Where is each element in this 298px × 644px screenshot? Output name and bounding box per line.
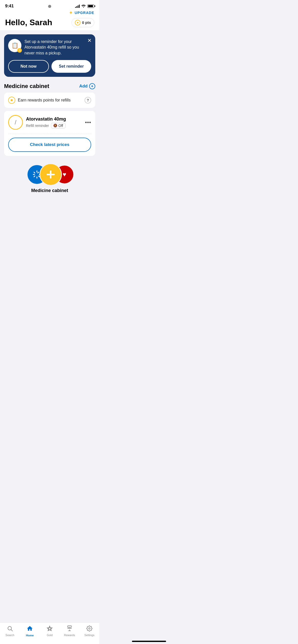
svg-rect-2 [33, 174, 35, 175]
wifi-icon [81, 4, 86, 8]
upgrade-star-icon: ✦ [69, 10, 73, 16]
svg-rect-9 [47, 174, 55, 175]
medication-menu-button[interactable]: ••• [85, 120, 91, 125]
calendar-icon: 📋 [11, 42, 18, 49]
points-badge[interactable]: 0 pts [72, 18, 94, 27]
reminder-status-text: Off [58, 124, 63, 128]
earn-rewards-text: Earn rewards points for refills [18, 98, 71, 103]
not-now-button[interactable]: Not now [8, 60, 49, 73]
signal-bars-icon [75, 4, 80, 8]
earn-rewards-card[interactable]: Earn rewards points for refills ? [4, 93, 95, 108]
svg-rect-7 [33, 175, 35, 178]
reminder-close-button[interactable]: ✕ [87, 38, 92, 43]
rewards-circle-icon [8, 97, 15, 104]
reminder-message: Set up a reminder for your Atorvastatin … [24, 39, 91, 56]
heart-icon: ♥ [63, 171, 66, 178]
status-icons [75, 4, 94, 8]
greeting-heading: Hello, Sarah [5, 18, 52, 27]
refill-reminder-label: Refill reminder [26, 124, 49, 128]
health-circle-icon [39, 163, 62, 186]
medicine-cabinet-header: Medicine cabinet Add + [0, 81, 99, 93]
points-value: 0 pts [82, 20, 91, 25]
points-icon [75, 20, 80, 25]
status-bar: 9:41 [0, 0, 99, 10]
reminder-status-badge[interactable]: 🔕 Off [51, 123, 65, 128]
medication-card: / Atorvastatin 40mg Refill reminder 🔕 Of… [4, 111, 95, 156]
status-time: 9:41 [5, 4, 14, 9]
refresh-arrow-icon: ↻ [17, 48, 22, 53]
reminder-card: ✕ 📋 ↻ Set up a reminder for your Atorvas… [4, 34, 95, 77]
walmart-health-section: ♥ Medicine cabinet [0, 159, 99, 193]
svg-rect-4 [33, 172, 35, 174]
set-reminder-button[interactable]: Set reminder [51, 60, 91, 73]
medication-icon: / [8, 115, 23, 130]
svg-rect-6 [37, 172, 39, 174]
battery-icon [87, 5, 94, 8]
svg-rect-1 [37, 177, 37, 179]
card-divider [8, 134, 91, 134]
add-label: Add [79, 84, 88, 89]
bell-slash-icon: 🔕 [53, 124, 57, 127]
top-header: ✦ UPGRADE Hello, Sarah 0 pts [0, 10, 99, 30]
main-content: ✕ 📋 ↻ Set up a reminder for your Atorvas… [0, 34, 99, 193]
svg-rect-0 [37, 170, 37, 172]
check-prices-button[interactable]: Check latest prices [8, 138, 91, 152]
reminder-buttons: Not now Set reminder [8, 60, 91, 73]
camera-dot [48, 5, 51, 8]
help-icon[interactable]: ? [85, 97, 91, 104]
medication-name: Atorvastatin 40mg [26, 116, 82, 122]
walmart-section-subtitle: Medicine cabinet [27, 188, 72, 193]
medicine-cabinet-title: Medicine cabinet [4, 83, 49, 90]
add-circle-icon: + [89, 83, 95, 89]
reminder-icon: 📋 ↻ [8, 39, 21, 52]
upgrade-label[interactable]: UPGRADE [75, 11, 94, 15]
medication-slash-icon: / [15, 119, 17, 126]
brand-circles: ♥ [24, 163, 75, 186]
add-medication-button[interactable]: Add + [79, 83, 95, 89]
